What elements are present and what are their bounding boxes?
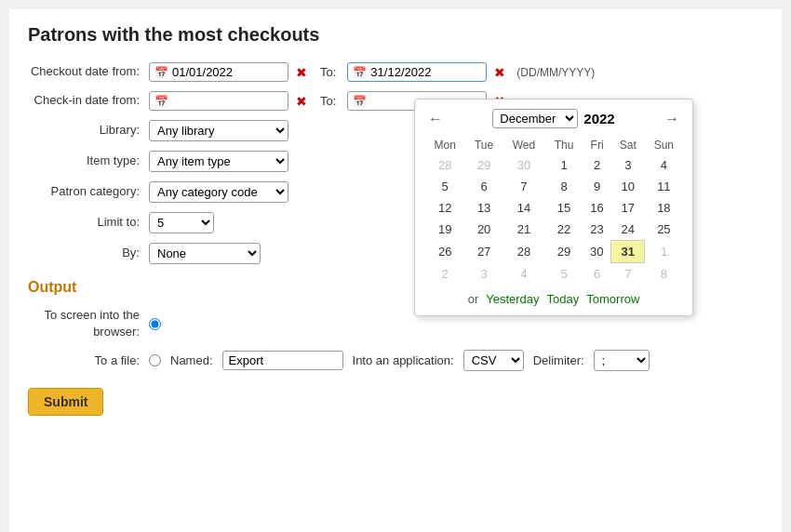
by-select[interactable]: None Library Item type Patron category <box>149 243 261 264</box>
format-select[interactable]: CSV Excel Tab-separated <box>463 350 524 371</box>
date-format-hint-checkout: (DD/MM/YYYY) <box>516 66 595 79</box>
calendar-day[interactable]: 15 <box>545 197 583 219</box>
calendar-day[interactable]: 2 <box>424 263 465 286</box>
calendar-day[interactable]: 31 <box>611 241 645 263</box>
calendar-icon-checkin-from: 📅 <box>154 95 168 108</box>
calendar-day[interactable]: 21 <box>503 219 545 241</box>
calendar-day[interactable]: 10 <box>611 176 645 197</box>
calendar-day[interactable]: 14 <box>503 197 545 219</box>
checkout-date-row: Checkout date from: 📅 ✖ To: 📅 ✖ (DD/MM/Y… <box>28 62 763 82</box>
calendar-day[interactable]: 8 <box>545 176 583 197</box>
calendar-day[interactable]: 7 <box>611 263 645 286</box>
calendar-day[interactable]: 23 <box>583 219 611 241</box>
to-file-radio[interactable] <box>149 354 161 366</box>
clear-checkin-from-button[interactable]: ✖ <box>294 94 309 109</box>
calendar-day[interactable]: 19 <box>424 219 465 241</box>
calendar-day[interactable]: 17 <box>611 197 645 219</box>
calendar-row: 19202122232425 <box>424 219 683 241</box>
calendar-row: 567891011 <box>424 176 683 197</box>
calendar-day[interactable]: 18 <box>645 197 683 219</box>
checkout-date-from-input[interactable] <box>172 65 275 79</box>
calendar-day[interactable]: 6 <box>583 263 611 286</box>
calendar-day[interactable]: 13 <box>465 197 502 219</box>
calendar-icon-checkout-from: 📅 <box>154 66 168 79</box>
yesterday-button[interactable]: Yesterday <box>486 292 539 306</box>
item-type-select[interactable]: Any item type <box>149 151 288 172</box>
calendar-day[interactable]: 25 <box>645 219 683 241</box>
library-select[interactable]: Any library <box>149 120 288 141</box>
checkout-date-to-input[interactable] <box>370 65 473 79</box>
to-screen-radio[interactable] <box>149 318 161 330</box>
patron-category-select[interactable]: Any category code <box>149 181 288 203</box>
today-button[interactable]: Today <box>547 292 580 306</box>
calendar-day[interactable]: 3 <box>465 263 502 286</box>
calendar-month-year: January February March April May June Ju… <box>492 109 614 128</box>
calendar-day[interactable]: 11 <box>645 176 683 197</box>
limit-label: Limit to: <box>28 214 149 231</box>
clear-checkout-to-button[interactable]: ✖ <box>492 65 507 80</box>
calendar-day[interactable]: 7 <box>503 176 545 197</box>
calendar-day[interactable]: 29 <box>545 241 583 263</box>
calendar-day[interactable]: 6 <box>465 176 502 197</box>
calendar-row: 2345678 <box>424 263 683 286</box>
named-label: Named: <box>170 353 213 367</box>
to-file-label: To a file: <box>28 352 149 369</box>
calendar-day[interactable]: 2 <box>583 154 611 176</box>
calendar-row: 12131415161718 <box>424 197 683 219</box>
calendar-year: 2022 <box>583 111 614 126</box>
to-screen-label: To screen into the browser: <box>28 307 149 340</box>
calendar-day[interactable]: 20 <box>465 219 502 241</box>
named-input[interactable] <box>222 351 343 370</box>
calendar-prev-button[interactable]: ← <box>424 111 447 127</box>
submit-button[interactable]: Submit <box>28 388 103 416</box>
limit-select[interactable]: 5 10 20 50 100 <box>149 212 214 233</box>
by-label: By: <box>28 245 149 261</box>
calendar-day[interactable]: 28 <box>503 241 545 263</box>
calendar-day[interactable]: 8 <box>645 263 683 286</box>
calendar-day[interactable]: 29 <box>465 154 502 176</box>
calendar-day[interactable]: 16 <box>583 197 611 219</box>
calendar-day[interactable]: 1 <box>645 241 683 263</box>
to-label-1: To: <box>320 65 336 79</box>
into-app-label: Into an application: <box>353 353 454 367</box>
calendar-day[interactable]: 27 <box>465 241 502 263</box>
page-wrapper: Patrons with the most checkouts Checkout… <box>9 9 782 532</box>
calendar-day[interactable]: 4 <box>645 154 683 176</box>
checkin-date-label: Check-in date from: <box>28 92 149 109</box>
to-file-controls: Named: Into an application: CSV Excel Ta… <box>149 350 650 371</box>
day-header-sat: Sat <box>611 136 645 154</box>
calendar-day[interactable]: 5 <box>545 263 583 286</box>
calendar-day[interactable]: 22 <box>545 219 583 241</box>
calendar-icon-checkout-to: 📅 <box>353 66 367 79</box>
day-header-wed: Wed <box>503 136 545 154</box>
tomorrow-button[interactable]: Tomorrow <box>586 292 639 306</box>
checkin-date-from-input-wrap[interactable]: 📅 <box>149 91 288 111</box>
calendar-day[interactable]: 1 <box>545 154 583 176</box>
day-header-mon: Mon <box>424 136 465 154</box>
to-file-row: To a file: Named: Into an application: C… <box>28 350 763 371</box>
shortcut-or: or <box>468 292 479 306</box>
day-header-fri: Fri <box>583 136 611 154</box>
calendar-next-button[interactable]: → <box>661 111 683 127</box>
calendar-month-select[interactable]: January February March April May June Ju… <box>492 109 578 128</box>
calendar-day[interactable]: 28 <box>424 154 465 176</box>
calendar-day[interactable]: 26 <box>424 241 465 263</box>
calendar-day[interactable]: 3 <box>611 154 645 176</box>
checkout-date-from-input-wrap[interactable]: 📅 <box>149 62 288 82</box>
calendar-header: ← January February March April May June … <box>424 109 683 128</box>
clear-checkout-from-button[interactable]: ✖ <box>294 65 309 80</box>
calendar-shortcuts: or Yesterday Today Tomorrow <box>424 292 683 306</box>
calendar-day[interactable]: 24 <box>611 219 645 241</box>
calendar-grid: Mon Tue Wed Thu Fri Sat Sun 282930123456… <box>424 136 683 285</box>
delimiter-select[interactable]: ; , | Tab <box>594 350 650 371</box>
calendar-day[interactable]: 30 <box>583 241 611 263</box>
page-title: Patrons with the most checkouts <box>28 24 763 46</box>
calendar-day[interactable]: 9 <box>583 176 611 197</box>
calendar-day[interactable]: 4 <box>503 263 545 286</box>
day-header-sun: Sun <box>645 136 683 154</box>
checkout-date-to-input-wrap[interactable]: 📅 <box>347 62 487 82</box>
calendar-day[interactable]: 5 <box>424 176 465 197</box>
calendar-day[interactable]: 12 <box>424 197 465 219</box>
calendar-day[interactable]: 30 <box>503 154 545 176</box>
checkin-date-from-input[interactable] <box>172 94 275 108</box>
